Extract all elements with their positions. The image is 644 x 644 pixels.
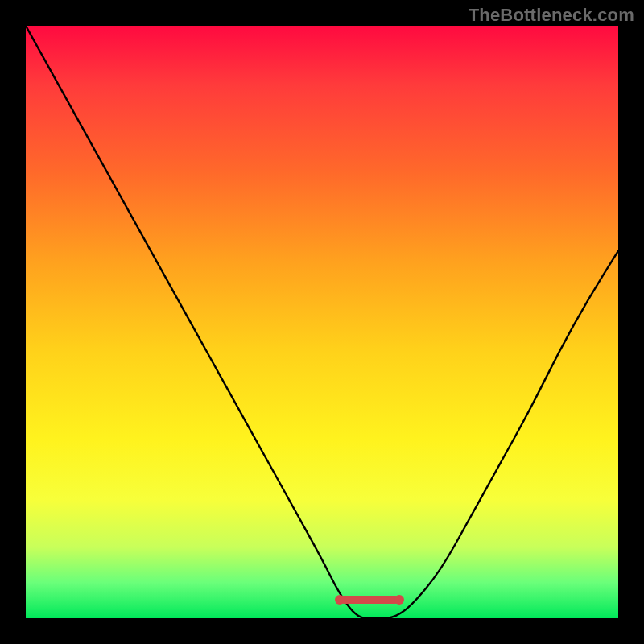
optimal-range-dot-right	[394, 595, 404, 605]
plot-area	[26, 26, 618, 618]
chart-frame: TheBottleneck.com	[0, 0, 644, 644]
curve-path	[26, 26, 618, 618]
bottleneck-curve	[26, 26, 618, 618]
optimal-range-marker	[340, 596, 399, 604]
optimal-range-dot-left	[335, 595, 345, 605]
watermark-text: TheBottleneck.com	[469, 5, 634, 26]
